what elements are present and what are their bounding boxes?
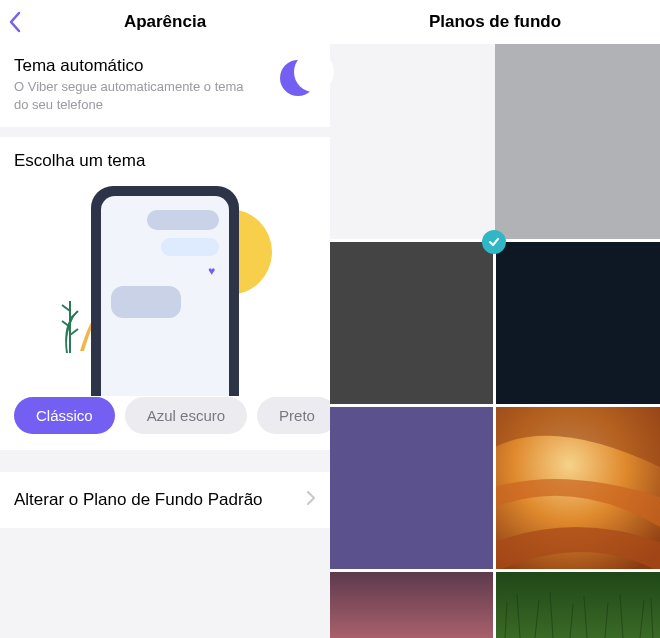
bg-tile-dark-grey[interactable] bbox=[330, 242, 495, 407]
message-bubble bbox=[147, 210, 219, 230]
bg-tile-green-grass[interactable] bbox=[495, 572, 660, 638]
backgrounds-grid bbox=[330, 44, 660, 638]
appearance-pane: Aparência Tema automático O Viber segue … bbox=[0, 0, 330, 638]
choose-theme-title: Escolha um tema bbox=[14, 151, 316, 171]
bg-tile-light-grey[interactable] bbox=[495, 44, 660, 242]
theme-option-black[interactable]: Preto bbox=[257, 397, 330, 434]
backgrounds-title: Planos de fundo bbox=[429, 12, 561, 32]
chevron-left-icon bbox=[8, 11, 22, 33]
change-default-bg-label: Alterar o Plano de Fundo Padrão bbox=[14, 490, 263, 510]
theme-illustration: ♥ bbox=[14, 181, 316, 381]
message-bubble bbox=[161, 238, 219, 256]
theme-option-classic[interactable]: Clássico bbox=[14, 397, 115, 434]
bg-tile-orange-canyon[interactable] bbox=[495, 407, 660, 572]
bg-tile-midnight[interactable] bbox=[495, 242, 660, 407]
choose-theme-section: Escolha um tema ♥ bbox=[0, 137, 330, 397]
phone-preview: ♥ bbox=[91, 186, 239, 396]
chevron-right-icon bbox=[306, 490, 316, 510]
svg-rect-1 bbox=[330, 572, 495, 638]
appearance-title: Aparência bbox=[124, 12, 206, 32]
theme-option-dark-blue[interactable]: Azul escuro bbox=[125, 397, 247, 434]
heart-icon: ♥ bbox=[208, 264, 219, 278]
message-bubble bbox=[111, 286, 181, 318]
theme-pills: Clássico Azul escuro Preto bbox=[0, 397, 330, 450]
bg-tile-dusk[interactable] bbox=[330, 572, 495, 638]
appearance-header: Aparência bbox=[0, 0, 330, 44]
auto-theme-title: Tema automático bbox=[14, 56, 254, 76]
bg-tile-purple[interactable] bbox=[330, 407, 495, 572]
change-default-bg-row[interactable]: Alterar o Plano de Fundo Padrão bbox=[0, 472, 330, 528]
auto-theme-description: O Viber segue automaticamente o tema do … bbox=[14, 78, 254, 113]
back-button[interactable] bbox=[8, 0, 22, 44]
backgrounds-pane: Planos de fundo bbox=[330, 0, 660, 638]
backgrounds-header: Planos de fundo bbox=[330, 0, 660, 44]
auto-theme-row[interactable]: Tema automático O Viber segue automatica… bbox=[0, 44, 330, 127]
moon-icon bbox=[272, 56, 316, 100]
selected-checkmark-icon bbox=[482, 230, 506, 254]
